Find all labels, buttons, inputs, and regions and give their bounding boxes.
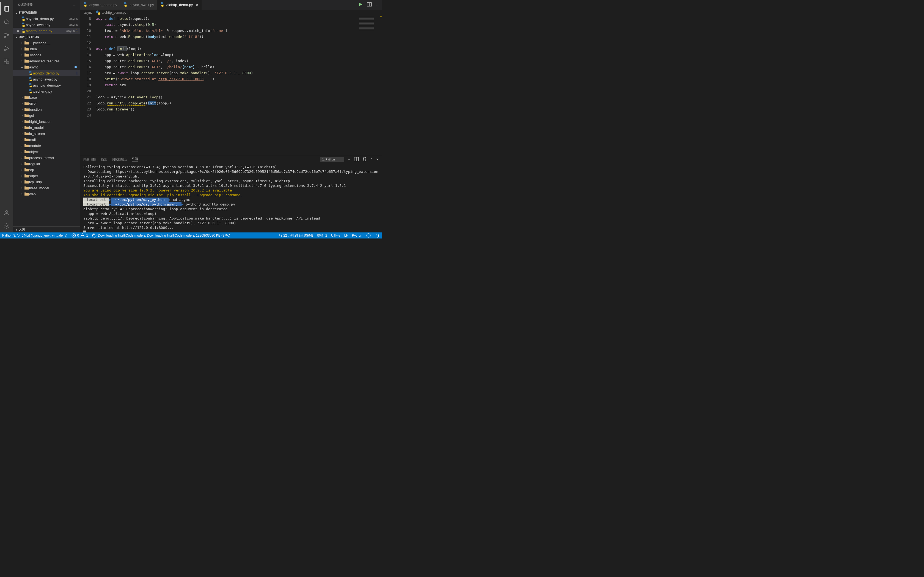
editor-tab[interactable]: async_await.py [120,0,157,10]
breadcrumb-more[interactable]: ... [129,11,132,15]
tree-file[interactable]: asyncio_demo.py [13,82,80,88]
breadcrumb-file[interactable]: aiohttp_demo.py [102,11,126,15]
tree-folder[interactable]: ›.vscode [13,52,80,58]
open-editor-label: aiohttp_demo.py [26,29,65,33]
code-line[interactable]: return web.Response(body=text.encode('ut… [96,34,382,40]
code-line[interactable]: return srv [96,82,382,88]
editor-tab[interactable]: aiohttp_demo.py✕ [157,0,202,10]
code-line[interactable] [96,88,382,94]
open-editor-item[interactable]: async_await.pyasync [13,22,80,28]
svg-point-29 [84,3,85,3]
run-icon[interactable] [358,2,363,8]
line-number: 16 [80,64,91,70]
status-encoding[interactable]: UTF-8 [331,234,341,237]
activity-explorer-icon[interactable] [0,2,13,15]
code-line[interactable] [96,112,382,118]
open-editor-item[interactable]: asyncio_demo.pyasync [13,16,80,22]
code-line[interactable]: await asyncio.sleep(0.5) [96,22,382,28]
code-line[interactable]: app.router.add_route('GET', '/', index) [96,58,382,64]
status-lang[interactable]: Python [352,234,362,237]
tree-folder[interactable]: ›advanced_features [13,58,80,64]
activity-settings-icon[interactable] [0,219,13,232]
code-line[interactable]: print('Server started at http://127.0.0.… [96,76,382,82]
tree-folder[interactable]: ›.idea [13,46,80,52]
code-line[interactable]: loop.run_forever() [96,106,382,112]
panel-tab-problems[interactable]: 问题 1 [83,158,96,161]
breadcrumb[interactable]: async › aiohttp_demo.py › ... [80,10,382,16]
code-line[interactable] [96,40,382,46]
close-icon[interactable]: ✕ [195,3,199,7]
panel-tab-debug[interactable]: 调试控制台 [112,158,127,161]
tree-folder[interactable]: ›in_model [13,124,80,131]
tree-folder[interactable]: ›object [13,149,80,155]
svg-point-19 [23,29,23,30]
open-editors-label: 打开的编辑器 [19,11,37,15]
tree-folder[interactable]: ›tcp_udp [13,179,80,185]
more-actions-icon[interactable]: ··· [376,3,379,7]
editor-tab[interactable]: asyncio_demo.py [80,0,120,10]
code-line[interactable]: loop.run_until_complete(init(loop)) [96,100,382,106]
status-spaces[interactable]: 空格: 2 [317,233,327,238]
tree-folder[interactable]: ›gui [13,112,80,118]
status-python-env[interactable]: Python 3.7.4 64-bit ('django_env': virtu… [2,234,67,237]
tree-folder[interactable]: ›base [13,94,80,100]
close-panel-icon[interactable]: ✕ [376,158,379,161]
close-icon[interactable]: ✕ [16,29,21,33]
code-area[interactable]: async def hello(request): await asyncio.… [96,16,382,155]
code-line[interactable]: async def init(loop): [96,46,382,52]
editor[interactable]: 89101112131415161718192021222324 async d… [80,16,382,155]
tree-folder[interactable]: ›sql [13,167,80,173]
terminal[interactable]: Collecting typing-extensions>=3.7.4; pyt… [80,163,382,232]
tree-folder[interactable]: ⌄async [13,64,80,70]
tree-folder[interactable]: ›process_thread [13,155,80,161]
tree-folder[interactable]: ›io_stream [13,131,80,137]
code-line[interactable]: app = web.Application(loop=loop) [96,52,382,58]
activity-debug-icon[interactable] [0,42,13,55]
more-icon[interactable]: ··· [73,3,76,6]
activity-account-icon[interactable] [0,206,13,219]
panel-tab-output[interactable]: 输出 [101,158,107,161]
kill-terminal-icon[interactable] [362,156,367,162]
code-line[interactable]: async def hello(request): [96,16,382,22]
tree-folder[interactable]: ›function [13,106,80,112]
panel-tab-terminal[interactable]: 终端 [132,157,138,162]
minimap[interactable] [357,16,382,155]
tree-folder[interactable]: ›error [13,100,80,106]
svg-line-3 [8,23,9,24]
split-terminal-icon[interactable] [354,156,359,162]
open-editors-header[interactable]: ⌄打开的编辑器 [13,10,80,16]
tree-file[interactable]: aiohttp_demo.py1 [13,70,80,76]
code-line[interactable]: loop = asyncio.get_event_loop() [96,94,382,100]
split-editor-icon[interactable] [367,2,372,8]
tree-folder[interactable]: ›super [13,173,80,179]
status-download[interactable]: Downloading IntelliCode models: Download… [92,233,230,238]
workspace-header[interactable]: ⌄DAY_PYTHON [13,34,80,40]
tree-file[interactable]: async_await.py [13,76,80,82]
code-line[interactable]: text = '<h1>hello, %s!</h1>' % request.m… [96,28,382,34]
tree-folder[interactable]: ›module [13,143,80,149]
new-terminal-icon[interactable]: ＋ [347,158,351,161]
code-line[interactable]: srv = await loop.create_server(app.make_… [96,70,382,76]
tree-folder[interactable]: ›web [13,191,80,197]
status-ln-col[interactable]: 行 22，列 29 (已选择4) [279,233,313,238]
tree-folder[interactable]: ›three_model [13,185,80,191]
outline-header[interactable]: ›大纲 [13,226,80,232]
open-editor-item[interactable]: ✕aiohttp_demo.pyasync1 [13,28,80,34]
activity-bar [0,0,13,232]
code-line[interactable]: app.router.add_route('GET', '/hello/{nam… [96,64,382,70]
activity-search-icon[interactable] [0,15,13,29]
activity-scm-icon[interactable] [0,29,13,42]
breadcrumb-folder[interactable]: async [84,11,92,15]
tree-folder[interactable]: ›regular [13,161,80,167]
tree-folder[interactable]: ›mail [13,137,80,143]
status-problems[interactable]: 0 1 [71,233,88,238]
tree-folder[interactable]: ›__pycache__ [13,40,80,46]
status-eol[interactable]: LF [344,234,348,237]
tree-file[interactable]: xiecheng.py [13,88,80,94]
status-feedback-icon[interactable] [366,233,371,238]
status-bell-icon[interactable] [375,233,380,238]
tree-folder[interactable]: ›hight_function [13,118,80,124]
maximize-panel-icon[interactable]: ⌃ [370,158,373,161]
activity-extensions-icon[interactable] [0,55,13,68]
terminal-selector[interactable]: 1: Python ⌄ [320,157,344,162]
